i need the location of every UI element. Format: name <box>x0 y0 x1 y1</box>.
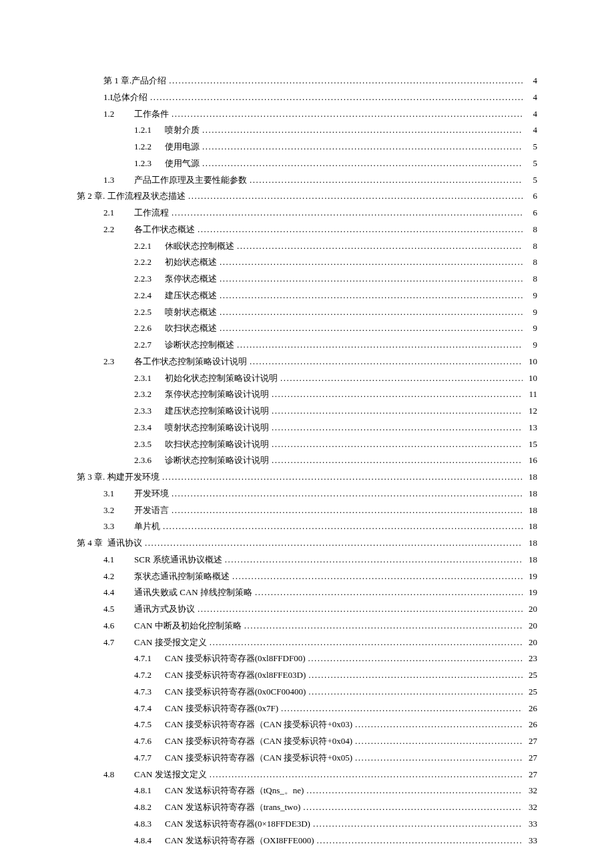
toc-entry-title: CAN 发送标识符寄存器(0×18FFDE3D) <box>165 817 310 832</box>
toc-entry-number: 4.8.3 <box>134 817 165 832</box>
toc-entry[interactable]: 第 3 章. 构建开发环境18 <box>77 470 537 485</box>
toc-leader-dots <box>198 602 523 617</box>
toc-entry-number: 2.2.5 <box>134 305 165 320</box>
toc-entry[interactable]: 3.2开发语言18 <box>103 503 537 518</box>
toc-entry[interactable]: 4.7.1CAN 接受标识符寄存器(0xl8FFDF00)23 <box>134 651 537 667</box>
toc-entry[interactable]: 2.2.6吹扫状态概述9 <box>134 321 537 336</box>
toc-leader-dots <box>202 139 523 155</box>
toc-entry-title: SCR 系统通讯协议概述 <box>134 552 222 568</box>
toc-entry-title: 喷射介质 <box>165 123 200 138</box>
toc-entry[interactable]: 4.8.4CAN 发送标识符寄存器（OXI8FFE000)33 <box>134 833 537 849</box>
toc-entry[interactable]: 2.2.2初始状态概述8 <box>134 255 537 270</box>
toc-entry[interactable]: 2.3.2泵停状态控制策略设计说明11 <box>134 387 537 402</box>
toc-entry-number: 4.2 <box>103 569 134 584</box>
toc-entry-page: 18 <box>525 519 537 534</box>
toc-leader-dots <box>202 123 523 138</box>
toc-entry-number: 3.1 <box>103 486 134 502</box>
toc-entry[interactable]: 4.7.3CAN 接受标识符寄存器(0x0CF00400)25 <box>134 685 537 700</box>
toc-entry-title: CAN 发送标识符寄存器（trans_two) <box>165 800 300 815</box>
toc-entry[interactable]: 2.1工作流程6 <box>103 205 537 221</box>
toc-entry-page: 9 <box>525 321 537 336</box>
toc-entry-page: 10 <box>525 371 537 386</box>
toc-page: 第 1 章. 产品介绍41.I 总体介绍41.2工作条件41.2.1喷射介质41… <box>0 0 614 868</box>
toc-entry-page: 25 <box>525 668 537 683</box>
toc-leader-dots <box>150 90 523 105</box>
toc-entry[interactable]: 1.2.1喷射介质4 <box>134 123 537 138</box>
toc-entry-page: 15 <box>525 437 537 452</box>
toc-entry[interactable]: 2.2.3泵停状态概述8 <box>134 272 537 287</box>
toc-entry[interactable]: 2.3.1初始化状态控制策略设计说明10 <box>134 371 537 386</box>
toc-entry-title: 泵状态通讯控制策略概述 <box>134 569 230 584</box>
toc-leader-dots <box>313 817 523 832</box>
toc-entry-title: 通讯协议 <box>107 536 142 551</box>
toc-entry-page: 19 <box>525 585 537 600</box>
toc-entry[interactable]: 4.5通讯方式及协议20 <box>103 602 537 617</box>
toc-entry-title: 单片机 <box>134 519 160 534</box>
toc-entry[interactable]: 2.2.5喷射状态概述9 <box>134 305 537 320</box>
toc-entry[interactable]: 4.7.7CAN 接受标识符寄存器（CAN 接受标识符+0x05)27 <box>134 751 537 766</box>
toc-entry[interactable]: 3.1开发环境18 <box>103 486 537 502</box>
toc-entry-title: 产品工作原理及主要性能参数 <box>134 173 247 188</box>
toc-entry-number: 2.2.7 <box>134 338 165 353</box>
toc-entry-title: 工作流程 <box>134 205 169 221</box>
toc-entry[interactable]: 4.1SCR 系统通讯协议概述18 <box>103 552 537 568</box>
toc-leader-dots <box>237 338 523 353</box>
toc-entry[interactable]: 2.2各工作状态概述8 <box>103 222 537 238</box>
toc-entry-page: 8 <box>525 272 537 287</box>
toc-entry[interactable]: 4.2泵状态通讯控制策略概述19 <box>103 569 537 584</box>
toc-entry[interactable]: 第 2 章. 工作流程及状态描述6 <box>77 189 537 204</box>
toc-leader-dots <box>250 173 523 188</box>
toc-entry[interactable]: 第 4 章通讯协议18 <box>77 536 537 551</box>
toc-entry-number: 2.2.6 <box>134 321 165 336</box>
toc-entry-title: 产品介绍 <box>131 73 166 89</box>
toc-entry[interactable]: 4.8CAN 发送报文定义27 <box>103 767 537 783</box>
toc-leader-dots <box>145 536 523 551</box>
toc-entry-page: 6 <box>525 189 537 204</box>
toc-leader-dots <box>163 519 523 534</box>
toc-entry-number: 第 3 章. <box>77 470 107 485</box>
toc-entry[interactable]: 1.2工作条件4 <box>103 107 537 122</box>
toc-entry-title: CAN 接受标识符寄存器(0xl8FFE03D) <box>165 668 306 683</box>
toc-entry[interactable]: 4.7.2CAN 接受标识符寄存器(0xl8FFE03D)25 <box>134 668 537 683</box>
toc-entry[interactable]: 第 1 章. 产品介绍4 <box>103 73 537 89</box>
toc-entry[interactable]: 2.3.3建压状态控制策略设计说明12 <box>134 404 537 419</box>
toc-entry-title: 吹扫状态控制策略设计说明 <box>165 437 269 452</box>
toc-entry-title: CAN 接受标识符寄存器（CAN 接受标识符+0x03) <box>165 717 352 733</box>
toc-entry[interactable]: 4.6CAN 中断及初始化控制策略20 <box>103 618 537 634</box>
toc-entry[interactable]: 2.3各工作状态控制策略设计说明10 <box>103 354 537 370</box>
toc-entry[interactable]: 4.7CAN 接受报文定义20 <box>103 635 537 650</box>
toc-entry[interactable]: 1.2.2使用电源5 <box>134 139 537 155</box>
toc-entry-title: 构建开发环境 <box>107 470 160 485</box>
toc-entry-page: 20 <box>525 602 537 617</box>
toc-entry-page: 11 <box>525 387 537 402</box>
toc-entry-page: 4 <box>525 90 537 105</box>
toc-entry-number: 1.3 <box>103 173 134 188</box>
toc-entry-title: 建压状态概述 <box>165 288 217 304</box>
toc-leader-dots <box>280 371 523 386</box>
toc-entry[interactable]: 4.7.4CAN 接受标识符寄存器(0x7F)26 <box>134 701 537 717</box>
toc-entry[interactable]: 4.8.1CAN 发送标识符寄存器（tQns_。ne)32 <box>134 783 537 799</box>
toc-entry[interactable]: 3.3单片机18 <box>103 519 537 534</box>
toc-entry[interactable]: 4.8.3CAN 发送标识符寄存器(0×18FFDE3D)33 <box>134 817 537 832</box>
toc-leader-dots <box>255 585 523 600</box>
toc-entry[interactable]: 2.3.5吹扫状态控制策略设计说明15 <box>134 437 537 452</box>
toc-leader-dots <box>272 387 523 402</box>
toc-entry[interactable]: 1.I 总体介绍4 <box>103 90 537 105</box>
table-of-contents: 第 1 章. 产品介绍41.I 总体介绍41.2工作条件41.2.1喷射介质41… <box>77 73 537 848</box>
toc-entry[interactable]: 4.8.2CAN 发送标识符寄存器（trans_two)32 <box>134 800 537 815</box>
toc-entry[interactable]: 2.2.7诊断状态控制概述9 <box>134 338 537 353</box>
toc-entry[interactable]: 4.7.6CAN 接受标识符寄存器（CAN 接受标识符+0x04)27 <box>134 734 537 749</box>
toc-entry-page: 10 <box>525 354 537 370</box>
toc-entry-number: 4.7.1 <box>134 651 165 667</box>
toc-leader-dots <box>188 189 523 204</box>
toc-entry[interactable]: 2.2.4建压状态概述9 <box>134 288 537 304</box>
toc-entry-title: 通讯失败或 CAN 掉线控制策略 <box>134 585 252 600</box>
toc-entry-number: 4.7.6 <box>134 734 165 749</box>
toc-entry[interactable]: 1.2.3使用气源5 <box>134 156 537 171</box>
toc-entry[interactable]: 2.2.1休眠状态控制概述8 <box>134 239 537 254</box>
toc-entry[interactable]: 4.7.5CAN 接受标识符寄存器（CAN 接受标识符+0x03)26 <box>134 717 537 733</box>
toc-entry[interactable]: 2.3.6诊断状态控制策略设计说明16 <box>134 453 537 468</box>
toc-entry[interactable]: 2.3.4喷射状态控制策略设计说明13 <box>134 420 537 436</box>
toc-entry[interactable]: 4.4通讯失败或 CAN 掉线控制策略19 <box>103 585 537 600</box>
toc-entry[interactable]: 1.3产品工作原理及主要性能参数5 <box>103 173 537 188</box>
